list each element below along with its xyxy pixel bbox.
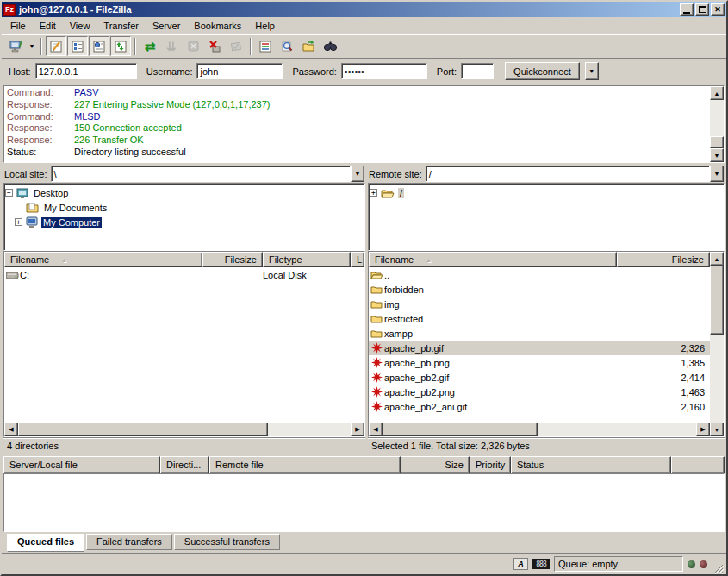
- queue-status-text: Queue: empty: [554, 556, 683, 572]
- remote-site-combo[interactable]: / ▼: [426, 166, 724, 182]
- remote-dir-row[interactable]: ..: [369, 267, 710, 282]
- quickconnect-button[interactable]: Quickconnect: [505, 62, 580, 80]
- log-lines[interactable]: Command:PASV Response:227 Entering Passi…: [4, 86, 710, 162]
- local-tree[interactable]: − Desktop My Documents + My Computer: [3, 183, 365, 251]
- column-filesize[interactable]: Filesize: [202, 252, 263, 267]
- log-scrollbar[interactable]: ▲ ▼: [710, 86, 724, 162]
- expand-icon[interactable]: +: [15, 218, 22, 226]
- remote-file-row[interactable]: apache_pb.png1,385: [369, 355, 710, 370]
- column-direction[interactable]: Directi...: [160, 456, 209, 473]
- expand-icon[interactable]: +: [370, 189, 377, 197]
- remote-dir-row[interactable]: restricted: [369, 311, 710, 326]
- sort-asc-icon: ▲: [426, 257, 432, 263]
- remote-site-value[interactable]: /: [426, 166, 710, 182]
- scrollbar-thumb[interactable]: [18, 423, 268, 436]
- host-input[interactable]: 127.0.0.1: [35, 63, 137, 79]
- remote-tree[interactable]: + /: [368, 183, 725, 251]
- local-site-combo[interactable]: \ ▼: [51, 166, 364, 182]
- menu-file[interactable]: File: [3, 19, 33, 33]
- menu-transfer[interactable]: Transfer: [96, 19, 146, 33]
- username-input[interactable]: john: [196, 63, 283, 79]
- port-input[interactable]: [461, 63, 494, 79]
- toggle-message-log-button[interactable]: [46, 36, 66, 56]
- column-priority[interactable]: Priority: [470, 456, 511, 473]
- quickconnect-dropdown[interactable]: ▼: [585, 62, 599, 80]
- site-manager-dropdown[interactable]: ▼: [27, 36, 37, 56]
- remote-hscrollbar[interactable]: ◀ ▶: [369, 423, 710, 436]
- password-input[interactable]: ••••••: [341, 63, 427, 79]
- column-filetype[interactable]: Filetype: [263, 252, 351, 267]
- local-site-dropdown[interactable]: ▼: [351, 166, 364, 182]
- column-filename[interactable]: Filename▲: [369, 252, 617, 267]
- log-line: Response:226 Transfer OK: [7, 135, 707, 147]
- scroll-right-icon[interactable]: ▶: [696, 423, 710, 436]
- refresh-button[interactable]: ⇄: [140, 36, 160, 56]
- remote-file-row[interactable]: apache_pb2.png1,463: [369, 385, 710, 399]
- cancel-operation-button[interactable]: [183, 36, 203, 56]
- remote-file-row[interactable]: apache_pb2_ani.gif2,160: [369, 399, 710, 414]
- host-label: Host:: [9, 66, 31, 77]
- scroll-up-icon[interactable]: ▲: [710, 86, 724, 100]
- process-queue-button[interactable]: ⇊: [161, 36, 182, 56]
- toggle-remote-tree-button[interactable]: [89, 36, 109, 56]
- local-hscrollbar[interactable]: ◀ ▶: [4, 423, 364, 436]
- maximize-button[interactable]: [695, 3, 709, 16]
- menu-server[interactable]: Server: [146, 19, 187, 33]
- column-last-modified[interactable]: L: [351, 252, 364, 267]
- tree-item-desktop[interactable]: − Desktop: [5, 185, 364, 200]
- tree-item-my-computer[interactable]: + My Computer: [5, 215, 364, 229]
- queue-body[interactable]: [3, 473, 725, 532]
- reconnect-button[interactable]: [226, 36, 246, 56]
- receive-led-icon: [688, 560, 695, 568]
- menu-bookmarks[interactable]: Bookmarks: [187, 19, 248, 33]
- column-remote-file[interactable]: Remote file: [209, 456, 401, 473]
- local-list-body[interactable]: C: Local Disk: [4, 267, 364, 423]
- directory-listing-filters-button[interactable]: [255, 36, 276, 56]
- remote-list-body[interactable]: .. forbidden img restricted xampp apache…: [369, 267, 710, 423]
- column-filesize[interactable]: Filesize: [617, 252, 710, 267]
- local-file-row[interactable]: C: Local Disk: [4, 267, 364, 282]
- resize-grip[interactable]: [712, 562, 724, 574]
- toggle-transfer-queue-button[interactable]: [110, 36, 131, 56]
- column-filename[interactable]: Filename▲: [4, 252, 202, 267]
- tree-item-my-documents[interactable]: My Documents: [5, 200, 364, 215]
- scroll-up-icon[interactable]: ▲: [710, 252, 724, 266]
- tree-item-root[interactable]: + /: [370, 185, 723, 200]
- menu-edit[interactable]: Edit: [33, 19, 63, 33]
- compare-directories-button[interactable]: [277, 36, 297, 56]
- scroll-down-icon[interactable]: ▼: [710, 423, 724, 436]
- scroll-down-icon[interactable]: ▼: [710, 148, 724, 162]
- tab-queued-files[interactable]: Queued files: [7, 534, 84, 552]
- scroll-left-icon[interactable]: ◀: [369, 423, 383, 436]
- scroll-right-icon[interactable]: ▶: [351, 423, 364, 436]
- scrollbar-thumb[interactable]: [383, 423, 538, 436]
- remote-dir-row[interactable]: forbidden: [369, 282, 710, 297]
- menu-view[interactable]: View: [63, 19, 97, 33]
- minimize-button[interactable]: [680, 3, 694, 16]
- toggle-local-tree-button[interactable]: [67, 36, 88, 56]
- remote-dir-row[interactable]: xampp: [369, 326, 710, 341]
- remote-vscrollbar[interactable]: ▲ ▼: [710, 252, 724, 436]
- tab-failed-transfers[interactable]: Failed transfers: [86, 534, 172, 550]
- local-site-value[interactable]: \: [51, 166, 351, 182]
- find-files-button[interactable]: [320, 36, 340, 56]
- remote-file-row[interactable]: apache_pb2.gif2,414: [369, 370, 710, 385]
- menu-help[interactable]: Help: [248, 19, 282, 33]
- column-status[interactable]: Status: [511, 456, 671, 473]
- folder-icon: [369, 329, 384, 338]
- remote-dir-row[interactable]: img: [369, 297, 710, 311]
- close-button[interactable]: ✕: [711, 3, 725, 16]
- disconnect-button[interactable]: [204, 36, 225, 56]
- synchronized-browsing-button[interactable]: [298, 36, 319, 56]
- title-bar[interactable]: Fz john@127.0.0.1 - FileZilla ✕: [2, 2, 726, 17]
- column-size[interactable]: Size: [401, 456, 470, 473]
- collapse-icon[interactable]: −: [5, 189, 13, 197]
- scrollbar-thumb[interactable]: [710, 136, 724, 148]
- scrollbar-thumb[interactable]: [710, 266, 724, 335]
- tab-successful-transfers[interactable]: Successful transfers: [174, 534, 280, 550]
- remote-file-row-selected[interactable]: apache_pb.gif2,326: [369, 341, 710, 355]
- column-server-local-file[interactable]: Server/Local file: [3, 456, 160, 473]
- scroll-left-icon[interactable]: ◀: [4, 423, 18, 436]
- remote-site-dropdown[interactable]: ▼: [710, 166, 724, 182]
- site-manager-button[interactable]: [5, 36, 26, 56]
